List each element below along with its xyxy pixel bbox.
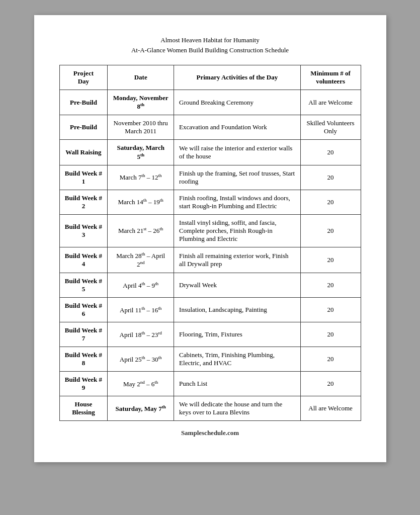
cell-project-day: Wall Raising <box>59 140 108 165</box>
table-row: Build Week # 7April 18th – 23rdFlooring,… <box>59 322 361 347</box>
header-line2: At-A-Glance Women Build Building Constru… <box>59 45 361 55</box>
table-row: Build Week # 2March 14th – 19thFinish ro… <box>59 190 361 214</box>
cell-project-day: Build Week # 6 <box>59 298 108 322</box>
table-row: Build Week # 9May 2nd – 6thPunch List20 <box>59 372 361 396</box>
cell-date: April 25th – 30th <box>108 347 174 372</box>
cell-volunteers: All are Welcome <box>300 90 361 115</box>
table-row: Build Week # 5April 4th – 9thDrywall Wee… <box>59 273 361 298</box>
cell-project-day: Build Week # 8 <box>59 347 108 372</box>
cell-activities: Insulation, Landscaping, Painting <box>174 298 301 322</box>
cell-project-day: Build Week # 4 <box>59 247 108 273</box>
table-row: Pre-BuildNovember 2010 thru March 2011Ex… <box>59 115 361 140</box>
cell-date: May 2nd – 6th <box>108 372 174 396</box>
cell-volunteers: 20 <box>300 298 361 322</box>
table-row: Pre-BuildMonday, November 8thGround Brea… <box>59 90 361 115</box>
cell-volunteers: All are Welcome <box>300 396 361 421</box>
col-header-activities: Primary Activities of the Day <box>174 65 301 90</box>
cell-activities: Flooring, Trim, Fixtures <box>174 322 301 347</box>
cell-volunteers: Skilled Volunteers Only <box>300 115 361 140</box>
table-row: House BlessingSaturday, May 7thWe will d… <box>59 396 361 421</box>
cell-date: March 28th – April 2nd <box>108 247 174 273</box>
cell-volunteers: 20 <box>300 273 361 298</box>
cell-activities: Punch List <box>174 372 301 396</box>
cell-project-day: House Blessing <box>59 396 108 421</box>
cell-project-day: Pre-Build <box>59 115 108 140</box>
table-row: Build Week # 8April 25th – 30thCabinets,… <box>59 347 361 372</box>
cell-date: Monday, November 8th <box>108 90 174 115</box>
cell-activities: Finish roofing, Install windows and door… <box>174 190 301 214</box>
cell-volunteers: 20 <box>300 214 361 247</box>
cell-activities: We will raise the interior and exterior … <box>174 140 301 165</box>
cell-volunteers: 20 <box>300 322 361 347</box>
cell-date: March 21st – 26th <box>108 214 174 247</box>
cell-project-day: Build Week # 9 <box>59 372 108 396</box>
cell-activities: We will dedicate the house and turn the … <box>174 396 301 421</box>
cell-volunteers: 20 <box>300 165 361 190</box>
cell-activities: Drywall Week <box>174 273 301 298</box>
header-line1: Almost Heaven Habitat for Humanity <box>59 35 361 45</box>
cell-volunteers: 20 <box>300 190 361 214</box>
page-header: Almost Heaven Habitat for Humanity At-A-… <box>59 35 361 55</box>
col-header-project: ProjectDay <box>59 65 108 90</box>
cell-activities: Finish up the framing, Set roof trusses,… <box>174 165 301 190</box>
cell-volunteers: 20 <box>300 140 361 165</box>
cell-activities: Finish all remaining exterior work, Fini… <box>174 247 301 273</box>
cell-activities: Ground Breaking Ceremony <box>174 90 301 115</box>
cell-date: April 18th – 23rd <box>108 322 174 347</box>
cell-date: March 7th – 12th <box>108 165 174 190</box>
table-row: Build Week # 6April 11th – 16thInsulatio… <box>59 298 361 322</box>
table-row: Build Week # 3March 21st – 26thInstall v… <box>59 214 361 247</box>
table-row: Build Week # 4March 28th – April 2ndFini… <box>59 247 361 273</box>
cell-activities: Install vinyl siding, soffit, and fascia… <box>174 214 301 247</box>
cell-date: November 2010 thru March 2011 <box>108 115 174 140</box>
cell-date: March 14th – 19th <box>108 190 174 214</box>
cell-project-day: Build Week # 1 <box>59 165 108 190</box>
col-header-volunteers: Minimum # of volunteers <box>300 65 361 90</box>
cell-project-day: Build Week # 2 <box>59 190 108 214</box>
cell-volunteers: 20 <box>300 247 361 273</box>
cell-activities: Excavation and Foundation Work <box>174 115 301 140</box>
cell-date: April 11th – 16th <box>108 298 174 322</box>
cell-project-day: Build Week # 7 <box>59 322 108 347</box>
footer-text: Sampleschedule.com <box>59 429 361 437</box>
cell-project-day: Build Week # 3 <box>59 214 108 247</box>
schedule-table: ProjectDay Date Primary Activities of th… <box>59 65 361 421</box>
cell-volunteers: 20 <box>300 372 361 396</box>
table-header-row: ProjectDay Date Primary Activities of th… <box>59 65 361 90</box>
cell-activities: Cabinets, Trim, Finishing Plumbing, Elec… <box>174 347 301 372</box>
cell-date: Saturday, May 7th <box>108 396 174 421</box>
cell-date: Saturday, March 5th <box>108 140 174 165</box>
table-row: Build Week # 1March 7th – 12thFinish up … <box>59 165 361 190</box>
page-container: Almost Heaven Habitat for Humanity At-A-… <box>34 15 386 462</box>
col-header-date: Date <box>108 65 174 90</box>
table-row: Wall RaisingSaturday, March 5thWe will r… <box>59 140 361 165</box>
cell-volunteers: 20 <box>300 347 361 372</box>
cell-date: April 4th – 9th <box>108 273 174 298</box>
cell-project-day: Pre-Build <box>59 90 108 115</box>
cell-project-day: Build Week # 5 <box>59 273 108 298</box>
